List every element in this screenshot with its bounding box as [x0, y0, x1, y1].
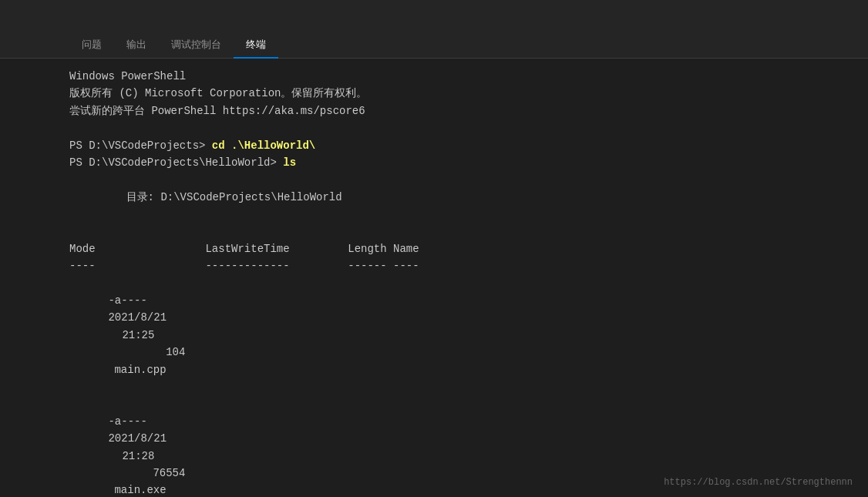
terminal-line-empty-3 [69, 206, 799, 223]
file1-mode: -a---- [108, 292, 216, 309]
terminal-line-3: 尝试新的跨平台 PowerShell https://aka.ms/pscore… [69, 102, 799, 119]
file2-name: main.exe [114, 484, 166, 496]
terminal-line-cmd2: PS D:\VSCodeProjects\HelloWorld> ls [69, 154, 799, 171]
tab-bar: 问题 输出 调试控制台 终端 [0, 31, 868, 59]
terminal-table-sep: ---- ------------- ------ ---- [69, 257, 799, 274]
file1-size: 104 [108, 344, 185, 361]
terminal-line-1: Windows PowerShell [69, 68, 799, 85]
file2-size: 76554 [108, 465, 185, 482]
prompt-2: PS D:\VSCodeProjects\HelloWorld> [69, 154, 283, 171]
terminal-file-row-1: -a---- 2021/8/21 21:25 104 main.cpp [69, 275, 799, 396]
prompt-1: PS D:\VSCodeProjects> [69, 137, 212, 154]
file1-name: main.cpp [114, 364, 166, 376]
command-1: cd .\HelloWorld\ [212, 137, 315, 154]
terminal-line-empty-1 [69, 119, 799, 136]
panel-container: 问题 输出 调试控制台 终端 Windows PowerShell 版权所有 (… [0, 31, 868, 497]
tab-terminal[interactable]: 终端 [234, 32, 278, 58]
top-bar [0, 0, 868, 31]
file1-date: 2021/8/21 [108, 309, 200, 326]
file1-time: 21:25 [108, 327, 154, 344]
file2-time: 21:28 [108, 448, 154, 465]
terminal-line-empty-2 [69, 171, 799, 188]
tab-debug-console[interactable]: 调试控制台 [159, 32, 234, 58]
terminal-line-empty-4 [69, 223, 799, 240]
terminal-table-header: Mode LastWriteTime Length Name [69, 240, 799, 257]
tab-problems[interactable]: 问题 [69, 32, 114, 58]
terminal-line-cmd1: PS D:\VSCodeProjects> cd .\HelloWorld\ [69, 137, 799, 154]
file2-mode: -a---- [108, 413, 216, 430]
command-2: ls [283, 154, 296, 171]
terminal-dir-header: 目录: D:\VSCodeProjects\HelloWorld [69, 189, 799, 206]
watermark: https://blog.csdn.net/Strengthennn [664, 477, 853, 488]
terminal-content: Windows PowerShell 版权所有 (C) Microsoft Co… [0, 59, 868, 497]
terminal-line-2: 版权所有 (C) Microsoft Corporation。保留所有权利。 [69, 85, 799, 102]
file2-date: 2021/8/21 [108, 430, 200, 447]
tab-output[interactable]: 输出 [114, 32, 159, 58]
